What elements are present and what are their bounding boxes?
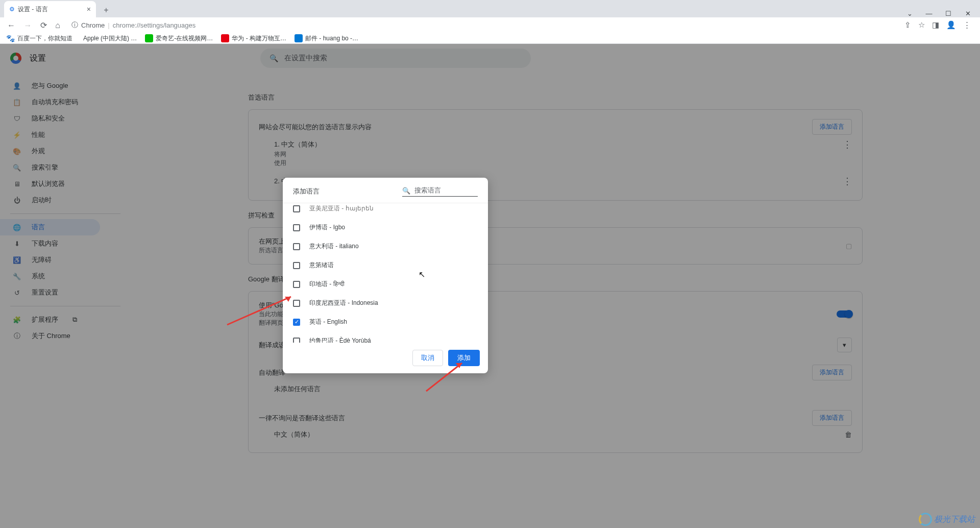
dialog-header: 添加语言 🔍 搜索语言 bbox=[283, 178, 488, 203]
bookmark-apple[interactable]: Apple (中国大陆) … bbox=[81, 34, 137, 43]
url-scheme: Chrome bbox=[81, 21, 105, 29]
bookmark-huawei[interactable]: 华为 - 构建万物互… bbox=[221, 34, 286, 43]
search-placeholder: 搜索语言 bbox=[414, 186, 441, 195]
paw-icon: 🐾 bbox=[6, 34, 15, 42]
side-panel-icon[interactable]: ◨ bbox=[932, 20, 939, 30]
tab-strip: ⚙ 设置 - 语言 × + ⌄ — ☐ ✕ bbox=[0, 0, 980, 17]
iqiyi-icon bbox=[145, 34, 153, 42]
dialog-footer: 取消 添加 bbox=[283, 343, 488, 373]
browser-tab[interactable]: ⚙ 设置 - 语言 × bbox=[4, 1, 96, 17]
watermark: 极光下载站 bbox=[919, 513, 975, 526]
language-option-yiddish[interactable]: 意第绪语 bbox=[283, 256, 488, 275]
bookmark-iqiyi[interactable]: 爱奇艺-在线视频网… bbox=[145, 34, 213, 43]
modal-backdrop[interactable] bbox=[0, 44, 980, 528]
watermark-logo-icon bbox=[919, 513, 932, 526]
add-button[interactable]: 添加 bbox=[448, 350, 480, 366]
tab-title: 设置 - 语言 bbox=[18, 5, 48, 14]
url-path: chrome://settings/languages bbox=[113, 21, 196, 29]
settings-page: 设置 🔍 在设置中搜索 👤您与 Google 📋自动填充和密码 🛡隐私和安全 ⚡… bbox=[0, 44, 980, 528]
language-option-igbo[interactable]: 伊博语 - Igbo bbox=[283, 218, 488, 237]
checkbox[interactable] bbox=[293, 243, 300, 250]
browser-chrome: ⚙ 设置 - 语言 × + ⌄ — ☐ ✕ ← → ⟳ ⌂ ⓘ Chrome |… bbox=[0, 0, 980, 44]
language-option-yoruba[interactable]: 约鲁巴语 - Èdè Yorùbá bbox=[283, 331, 488, 343]
new-tab-button[interactable]: + bbox=[99, 3, 113, 17]
bookmark-mail[interactable]: 邮件 - huang bo -… bbox=[295, 34, 358, 43]
language-list[interactable]: 亚美尼亚语 - հայերեն 伊博语 - Igbo 意大利语 - italia… bbox=[283, 203, 488, 343]
address-bar[interactable]: ⓘ Chrome | chrome://settings/languages bbox=[71, 20, 195, 30]
language-option-italian[interactable]: 意大利语 - italiano bbox=[283, 237, 488, 256]
checkbox[interactable] bbox=[293, 262, 300, 269]
dropdown-icon[interactable]: ⌄ bbox=[904, 10, 915, 17]
profile-icon[interactable]: 👤 bbox=[946, 20, 956, 30]
close-tab-icon[interactable]: × bbox=[87, 5, 91, 13]
maximize-icon[interactable]: ☐ bbox=[943, 10, 953, 17]
toolbar: ← → ⟳ ⌂ ⓘ Chrome | chrome://settings/lan… bbox=[0, 17, 980, 33]
language-option-armenian[interactable]: 亚美尼亚语 - հայերեն bbox=[283, 203, 488, 218]
checkbox[interactable] bbox=[293, 281, 300, 288]
checkbox[interactable] bbox=[293, 338, 300, 343]
search-icon: 🔍 bbox=[402, 187, 410, 195]
forward-icon[interactable]: → bbox=[20, 21, 35, 30]
gear-icon: ⚙ bbox=[9, 6, 15, 13]
huawei-icon bbox=[221, 34, 229, 42]
dialog-title: 添加语言 bbox=[293, 187, 320, 196]
bookmarks-bar: 🐾百度一下，你就知道 Apple (中国大陆) … 爱奇艺-在线视频网… 华为 … bbox=[0, 33, 980, 44]
bookmark-star-icon[interactable]: ☆ bbox=[918, 20, 925, 30]
site-info-icon[interactable]: ⓘ bbox=[71, 20, 78, 30]
home-icon[interactable]: ⌂ bbox=[52, 21, 63, 30]
checkbox-checked[interactable] bbox=[293, 319, 300, 326]
language-option-indonesian[interactable]: 印度尼西亚语 - Indonesia bbox=[283, 294, 488, 313]
bookmark-baidu[interactable]: 🐾百度一下，你就知道 bbox=[6, 34, 72, 43]
language-option-english[interactable]: 英语 - English bbox=[283, 313, 488, 331]
back-icon[interactable]: ← bbox=[4, 21, 18, 30]
outlook-icon bbox=[295, 34, 303, 42]
add-language-dialog: 添加语言 🔍 搜索语言 亚美尼亚语 - հայերեն 伊博语 - Igbo 意… bbox=[283, 178, 488, 373]
reload-icon[interactable]: ⟳ bbox=[37, 21, 50, 30]
language-option-hindi[interactable]: 印地语 - हिन्दी bbox=[283, 275, 488, 294]
checkbox[interactable] bbox=[293, 224, 300, 231]
window-controls: ⌄ — ☐ ✕ bbox=[904, 10, 980, 17]
toolbar-right: ⇪ ☆ ◨ 👤 ⋮ bbox=[904, 20, 976, 30]
dialog-search-input[interactable]: 🔍 搜索语言 bbox=[402, 186, 478, 197]
nav-icons: ← → ⟳ ⌂ bbox=[4, 20, 63, 30]
checkbox[interactable] bbox=[293, 205, 300, 212]
menu-icon[interactable]: ⋮ bbox=[963, 20, 971, 30]
cancel-button[interactable]: 取消 bbox=[412, 350, 443, 366]
minimize-icon[interactable]: — bbox=[924, 10, 934, 17]
share-icon[interactable]: ⇪ bbox=[904, 20, 911, 30]
close-window-icon[interactable]: ✕ bbox=[963, 10, 973, 17]
checkbox[interactable] bbox=[293, 300, 300, 307]
